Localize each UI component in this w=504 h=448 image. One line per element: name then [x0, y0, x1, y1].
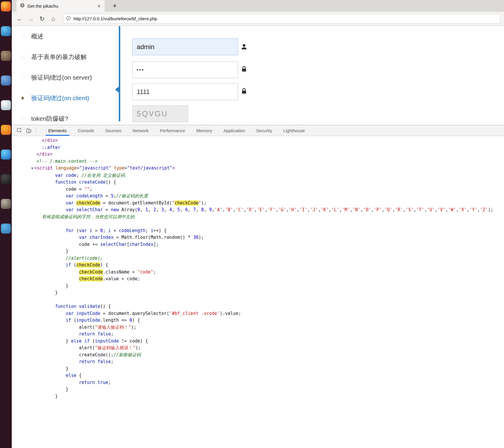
devtools-tab-elements[interactable]: Elements	[43, 125, 72, 136]
password-input[interactable]: •••	[132, 61, 238, 78]
code-token-p: }	[66, 366, 68, 371]
code-token-p: ,	[156, 207, 161, 212]
devtools-tab-network[interactable]: Network	[127, 125, 154, 136]
code-line[interactable]: }	[31, 248, 504, 255]
menu-item-label: 概述	[31, 32, 44, 41]
code-line[interactable]: }	[31, 365, 504, 373]
menu-item-3[interactable]: 验证码绕过(on server)	[12, 67, 119, 88]
new-tab-button[interactable]: +	[110, 1, 119, 11]
back-icon[interactable]: ←	[14, 13, 25, 24]
globe-icon	[20, 3, 25, 9]
code-token-str: ""	[84, 187, 90, 192]
code-token-kw: function	[55, 304, 76, 309]
dock-icon-files[interactable]	[1, 51, 11, 61]
code-line[interactable]: ▼<script language="javascript" type="tex…	[31, 165, 504, 172]
code-line[interactable]: </div>	[31, 151, 504, 158]
tab-title: Get the pikachu	[27, 4, 97, 9]
username-value: admin	[137, 43, 154, 51]
dock-icon-text-editor[interactable]	[1, 100, 11, 110]
forward-icon[interactable]: →	[25, 13, 36, 24]
dock-icon-thunderbird[interactable]	[1, 26, 11, 36]
menu-item-5[interactable]: token防爆破?	[12, 108, 119, 125]
reload-icon[interactable]: ↻	[36, 13, 48, 24]
site-info-icon[interactable]	[66, 16, 71, 22]
menu-item-1[interactable]: 概述	[12, 26, 119, 47]
menu-item-2[interactable]: 基于表单的暴力破解	[12, 47, 119, 67]
code-line[interactable]: function createCode() {	[31, 179, 504, 186]
code-line[interactable]: 有候选组成验证码的字符，当然也可以用中文的	[31, 214, 504, 221]
browser-tab[interactable]: Get the pikachu ×	[16, 0, 105, 12]
code-line[interactable]: if (inputCode.length <= 0) {	[31, 317, 504, 324]
code-line[interactable]: var checkCode = document.getElementById(…	[31, 200, 504, 207]
devtools-tab-console[interactable]: Console	[72, 125, 100, 136]
username-input[interactable]: admin	[132, 38, 238, 55]
code-token-p: ,	[180, 207, 185, 212]
url-bar[interactable]: http://127.0.0.1/vul/burteforce/bf_clien…	[63, 14, 500, 24]
code-token-num: 9	[209, 207, 212, 212]
code-line[interactable]: checkCode.value = code;	[31, 276, 504, 283]
dock-icon-firefox[interactable]	[1, 1, 11, 11]
code-line[interactable]: code = "";	[31, 186, 504, 193]
dock-icon-browser[interactable]	[1, 150, 11, 160]
code-line[interactable]: ::after	[31, 144, 504, 151]
home-icon[interactable]: ⌂	[48, 13, 59, 24]
code-line[interactable]: </div>	[31, 137, 504, 144]
code-line[interactable]: var inputCode = document.querySelector('…	[31, 310, 504, 317]
code-token-str: 'B'	[225, 207, 233, 212]
menu-item-4[interactable]: 验证码绕过(on client)	[12, 88, 119, 108]
devtools-tab-performance[interactable]: Performance	[154, 125, 191, 136]
code-line[interactable]: var charIndex = Math.floor(Math.random()…	[31, 234, 504, 241]
code-token-num: 5	[177, 207, 180, 212]
tab-close-icon[interactable]: ×	[97, 3, 101, 9]
code-token-p: (	[74, 228, 79, 233]
code-line[interactable]: var codeLength = 5;//验证码的长度	[31, 193, 504, 200]
devtools-tab-memory[interactable]: Memory	[191, 125, 218, 136]
code-line[interactable]	[31, 220, 504, 227]
devtools-tab-sources[interactable]: Sources	[100, 125, 127, 136]
active-item-arrow-icon	[115, 87, 119, 93]
code-line[interactable]: else {	[31, 372, 504, 379]
code-line[interactable]: createCode();//刷新验证码	[31, 352, 504, 359]
code-token-p: ,	[188, 207, 193, 212]
code-line[interactable]: alert("请输入验证码！");	[31, 324, 504, 331]
code-line[interactable]: code += selectChar[charIndex];	[31, 241, 504, 248]
code-token-kw: var	[55, 173, 63, 178]
devtools-tab-lighthouse[interactable]: Lighthouse	[278, 125, 310, 136]
verification-code-input[interactable]: 1111	[132, 83, 238, 100]
code-line[interactable]: <!-- /.main-content -->	[31, 158, 504, 165]
code-line[interactable]: var code; //在全局 定义验证码	[31, 172, 504, 179]
code-token-p: ,	[467, 207, 469, 212]
dock-icon-software[interactable]	[1, 125, 11, 135]
dock-icon-telegram[interactable]	[1, 224, 11, 234]
inspect-element-icon[interactable]	[15, 126, 24, 135]
code-line[interactable]: return true;	[31, 379, 504, 386]
code-line[interactable]	[31, 296, 504, 303]
code-token-p: ;	[90, 187, 92, 192]
code-line[interactable]: return false;	[31, 331, 504, 338]
code-line[interactable]: } else if (inputCode != code) {	[31, 338, 504, 345]
code-token-p: = document.querySelector(	[100, 311, 169, 316]
code-line[interactable]: for (var i = 0; i < codeLength; i++) {	[31, 227, 504, 234]
device-toolbar-icon[interactable]	[24, 126, 34, 135]
code-line[interactable]: var selectChar = new Array(0, 1, 2, 3, 4…	[31, 207, 504, 214]
code-line[interactable]: }	[31, 289, 504, 296]
dock-icon-gimp[interactable]	[1, 199, 11, 209]
code-token-val: ::after	[42, 145, 60, 150]
devtools-tab-application[interactable]: Application	[218, 125, 251, 136]
code-token-def: codeLength	[119, 228, 145, 233]
code-line[interactable]: checkCode.className = "code";	[31, 269, 504, 276]
dock-icon-mail[interactable]	[1, 75, 11, 85]
code-token-str: '#bf_client .vcode'	[169, 311, 220, 316]
code-line[interactable]: //alert(code);	[31, 255, 504, 262]
code-line[interactable]: if (checkCode) {	[31, 262, 504, 269]
code-token-p: ;	[145, 228, 151, 233]
code-token-p: ,	[456, 207, 459, 212]
code-line[interactable]: }	[31, 283, 504, 290]
code-line[interactable]: alert("验证码输入错误！");	[31, 345, 504, 352]
code-line[interactable]: }	[31, 393, 504, 400]
code-line[interactable]: }	[31, 386, 504, 393]
code-line[interactable]: return false;	[31, 358, 504, 365]
dock-icon-terminal[interactable]	[1, 174, 11, 184]
devtools-tab-security[interactable]: Security	[251, 125, 278, 136]
code-line[interactable]: function validate() {	[31, 303, 504, 310]
